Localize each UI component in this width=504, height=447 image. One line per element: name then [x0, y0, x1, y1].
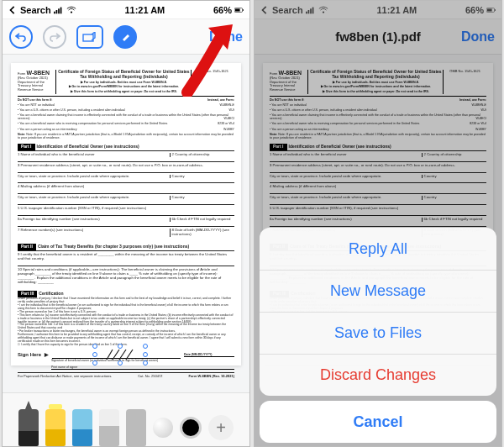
selection-handle[interactable]	[92, 352, 97, 357]
document-canvas[interactable]: Form W-8BEN(Rev. October 2021)Department…	[3, 55, 249, 392]
signature-line[interactable]	[52, 352, 181, 359]
status-time: 11:21 AM	[376, 5, 417, 15]
markup-tool-dock: +	[3, 392, 249, 446]
back-chevron-icon	[8, 6, 18, 14]
wifi-icon	[318, 6, 328, 14]
action-reply-all[interactable]: Reply All	[260, 228, 496, 270]
file-title: fw8ben (1).pdf	[295, 29, 461, 44]
back-chevron-icon	[260, 6, 270, 14]
markup-tools-button[interactable]	[113, 25, 137, 49]
done-link[interactable]: Done	[461, 29, 495, 45]
svg-point-4	[71, 11, 72, 13]
w8ben-page: Form W-8BEN(Rev. October 2021)Department…	[11, 63, 241, 365]
signal-icon	[54, 6, 64, 14]
battery-icon	[486, 6, 496, 14]
wifi-icon	[66, 6, 76, 14]
action-sheet-group: Reply All New Message Save to Files Disc…	[260, 228, 496, 396]
selection-handle[interactable]	[118, 344, 123, 349]
svg-rect-6	[235, 8, 240, 11]
svg-point-13	[323, 11, 324, 13]
highlighter-tool[interactable]	[72, 409, 92, 446]
status-time: 11:21 AM	[124, 5, 165, 15]
svg-rect-16	[495, 9, 496, 11]
pen-tool[interactable]	[18, 409, 39, 446]
svg-rect-9	[306, 11, 307, 13]
action-discard-changes[interactable]: Discard Changes	[260, 354, 496, 396]
svg-rect-1	[55, 10, 57, 13]
svg-rect-2	[58, 8, 60, 13]
selection-handle[interactable]	[92, 344, 97, 349]
selection-handle[interactable]	[143, 360, 148, 365]
svg-rect-15	[487, 8, 492, 11]
done-link[interactable]: Done	[209, 29, 243, 45]
selection-handle[interactable]	[143, 352, 148, 357]
phone-right-sheet: Search 11:21 AM 66% fw8ben (1).pdf Done …	[254, 0, 502, 447]
status-back-label[interactable]: Search	[272, 5, 303, 15]
battery-icon	[234, 6, 244, 14]
selection-handle[interactable]	[143, 344, 148, 349]
preview-toolbar: fw8ben (1).pdf Done	[255, 19, 501, 55]
svg-rect-3	[60, 7, 61, 13]
action-cancel[interactable]: Cancel	[260, 401, 496, 443]
eraser-tool[interactable]	[99, 409, 119, 446]
markup-toolbar: Done	[3, 19, 249, 55]
signal-icon	[306, 6, 316, 14]
undo-button[interactable]	[9, 25, 33, 49]
lasso-tool[interactable]	[126, 409, 146, 446]
action-new-message[interactable]: New Message	[260, 270, 496, 312]
status-battery-pct: 66%	[465, 5, 484, 15]
redo-button[interactable]	[43, 25, 66, 49]
status-battery-pct: 66%	[213, 5, 232, 15]
color-picker[interactable]	[180, 417, 202, 439]
selection-handle[interactable]	[92, 360, 97, 365]
ruler-tool[interactable]	[153, 418, 173, 438]
svg-rect-12	[312, 7, 313, 13]
annotate-button[interactable]	[76, 25, 103, 49]
status-bar: Search 11:21 AM 66%	[255, 1, 501, 19]
svg-rect-0	[54, 11, 55, 13]
selection-handle[interactable]	[118, 360, 123, 365]
phone-left-markup: Search 11:21 AM 66% Done Form W-8BEN(Rev…	[2, 0, 250, 447]
action-save-to-files[interactable]: Save to Files	[260, 312, 496, 354]
marker-tool[interactable]	[45, 409, 66, 446]
svg-rect-11	[310, 8, 312, 13]
svg-rect-10	[307, 10, 309, 13]
status-bar: Search 11:21 AM 66%	[3, 1, 249, 19]
action-sheet: Reply All New Message Save to Files Disc…	[260, 228, 496, 443]
svg-rect-7	[243, 9, 244, 11]
add-annotation-button[interactable]: +	[208, 415, 234, 440]
status-back-label[interactable]: Search	[20, 5, 51, 15]
